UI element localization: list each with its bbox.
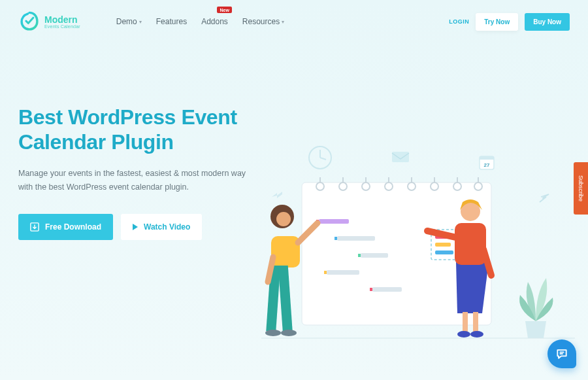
svg-rect-32: [435, 235, 455, 239]
brand-name: Modern: [44, 15, 80, 24]
nav-item-addons[interactable]: New Addons: [201, 17, 228, 26]
svg-point-14: [362, 182, 370, 190]
chat-icon: [555, 347, 568, 360]
svg-point-46: [281, 330, 297, 336]
svg-rect-28: [361, 253, 388, 258]
page-title: Best WordPress Event Calendar Plugin: [18, 105, 280, 155]
svg-rect-30: [372, 287, 402, 292]
nav-item-demo[interactable]: Demo ▾: [116, 17, 142, 26]
svg-point-1: [309, 147, 331, 169]
free-download-button[interactable]: Free Download: [18, 214, 113, 240]
svg-rect-47: [455, 223, 486, 265]
logo-text: Modern Events Calendar: [44, 15, 80, 29]
svg-point-48: [461, 201, 480, 221]
nav-label: Resources: [242, 17, 280, 26]
svg-rect-34: [435, 250, 453, 254]
nav-item-resources[interactable]: Resources ▾: [242, 17, 284, 26]
logo-icon: [18, 10, 41, 33]
svg-rect-8: [302, 182, 491, 325]
watch-label: Watch Video: [144, 222, 190, 232]
nav-item-features[interactable]: Features: [156, 17, 187, 26]
svg-point-22: [453, 182, 461, 190]
svg-rect-49: [463, 312, 468, 333]
download-icon: [30, 222, 39, 232]
svg-point-18: [408, 182, 416, 190]
svg-rect-42: [278, 266, 293, 331]
page-subtitle: Manage your events in the fastest, easie…: [18, 167, 260, 195]
hero-illustration: 27: [261, 118, 575, 380]
svg-line-3: [320, 158, 326, 160]
svg-rect-26: [319, 219, 349, 224]
svg-point-52: [470, 331, 483, 337]
svg-point-16: [385, 182, 393, 190]
header: Modern Events Calendar Demo ▾ Features N…: [0, 0, 588, 43]
svg-rect-29: [327, 270, 359, 275]
svg-point-51: [457, 331, 470, 337]
main-nav: Demo ▾ Features New Addons Resources ▾: [116, 17, 284, 26]
svg-rect-38: [324, 271, 327, 274]
svg-rect-5: [480, 156, 494, 169]
try-now-button[interactable]: Try Now: [476, 13, 518, 31]
svg-rect-31: [431, 230, 464, 260]
svg-rect-27: [337, 236, 375, 241]
login-link[interactable]: LOGIN: [449, 18, 469, 25]
svg-rect-35: [316, 220, 319, 223]
nav-label: Features: [156, 17, 187, 26]
svg-point-12: [339, 182, 347, 190]
nav-label: Addons: [201, 17, 228, 26]
subscribe-label: Subscribe: [578, 175, 584, 201]
svg-rect-39: [370, 288, 372, 291]
brand-tagline: Events Calendar: [44, 24, 80, 29]
new-badge: New: [217, 7, 231, 13]
svg-rect-6: [480, 156, 494, 160]
subscribe-tab[interactable]: Subscribe: [574, 162, 588, 215]
svg-rect-36: [335, 237, 337, 240]
chevron-down-icon: ▾: [139, 19, 142, 25]
svg-rect-4: [392, 152, 409, 162]
svg-rect-50: [473, 312, 478, 333]
download-label: Free Download: [45, 222, 101, 232]
svg-rect-41: [266, 266, 280, 331]
buy-now-button[interactable]: Buy Now: [525, 13, 570, 31]
svg-point-45: [265, 330, 281, 336]
watch-video-button[interactable]: Watch Video: [121, 214, 202, 240]
nav-label: Demo: [116, 17, 137, 26]
play-icon: [133, 224, 138, 230]
svg-rect-37: [358, 254, 361, 257]
svg-point-24: [474, 182, 482, 190]
svg-rect-40: [271, 236, 300, 268]
chat-button[interactable]: [547, 339, 576, 368]
svg-point-10: [316, 182, 324, 190]
svg-text:27: 27: [484, 162, 490, 168]
chevron-down-icon: ▾: [282, 19, 284, 25]
hero-content: Best WordPress Event Calendar Plugin Man…: [18, 105, 280, 240]
svg-point-20: [431, 182, 438, 190]
hero: Best WordPress Event Calendar Plugin Man…: [0, 43, 588, 240]
logo[interactable]: Modern Events Calendar: [18, 10, 80, 33]
svg-rect-33: [435, 243, 451, 247]
header-right: LOGIN Try Now Buy Now: [449, 13, 570, 31]
cta-row: Free Download Watch Video: [18, 214, 280, 240]
svg-rect-9: [302, 182, 491, 325]
